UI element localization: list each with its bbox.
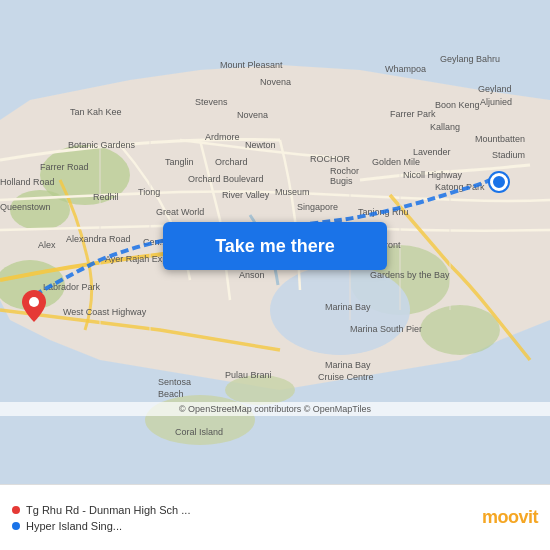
to-dot [12,522,20,530]
svg-text:Coral Island: Coral Island [175,427,223,437]
svg-text:Lavender: Lavender [413,147,451,157]
svg-text:Newton: Newton [245,140,276,150]
svg-text:Marina South Pier: Marina South Pier [350,324,422,334]
svg-text:Beach: Beach [158,389,184,399]
svg-text:Great World: Great World [156,207,204,217]
svg-text:Cruise Centre: Cruise Centre [318,372,374,382]
svg-text:Pulau Brani: Pulau Brani [225,370,272,380]
svg-text:Geylang Bahru: Geylang Bahru [440,54,500,64]
svg-text:Holland Road: Holland Road [0,177,55,187]
svg-text:Museum: Museum [275,187,310,197]
svg-text:Mountbatten: Mountbatten [475,134,525,144]
route-info: Tg Rhu Rd - Dunman High Sch ... Hyper Is… [12,504,482,532]
svg-text:Redhil: Redhil [93,192,119,202]
svg-text:West Coast Highway: West Coast Highway [63,307,147,317]
svg-text:Queenstown: Queenstown [0,202,51,212]
svg-text:Kallang: Kallang [430,122,460,132]
from-dot [12,506,20,514]
svg-text:Anson: Anson [239,270,265,280]
moovit-logo: moovit [482,507,538,528]
bottom-bar: Tg Rhu Rd - Dunman High Sch ... Hyper Is… [0,484,550,550]
svg-text:Sentosa: Sentosa [158,377,191,387]
svg-text:Novena: Novena [260,77,291,87]
map-container: Tan Kah Kee Novena Mount Pleasant Whampo… [0,0,550,484]
svg-text:Tiong: Tiong [138,187,160,197]
svg-text:Singapore: Singapore [297,202,338,212]
svg-text:Stevens: Stevens [195,97,228,107]
svg-text:Boon Keng: Boon Keng [435,100,480,110]
svg-point-6 [420,305,500,355]
svg-text:Tan Kah Kee: Tan Kah Kee [70,107,122,117]
route-to-label: Hyper Island Sing... [26,520,122,532]
map-attribution: © OpenStreetMap contributors © OpenMapTi… [0,402,550,416]
svg-text:Alex: Alex [38,240,56,250]
svg-text:Mount Pleasant: Mount Pleasant [220,60,283,70]
svg-text:Novena: Novena [237,110,268,120]
svg-text:Ardmore: Ardmore [205,132,240,142]
svg-text:Golden Mile: Golden Mile [372,157,420,167]
svg-text:Botanic Gardens: Botanic Gardens [68,140,136,150]
svg-text:Gardens by the Bay: Gardens by the Bay [370,270,450,280]
svg-text:Marina Bay: Marina Bay [325,302,371,312]
svg-text:River Valley: River Valley [222,190,270,200]
svg-text:Aljunied: Aljunied [480,97,512,107]
svg-text:Geyland: Geyland [478,84,512,94]
svg-text:Farrer Park: Farrer Park [390,109,436,119]
route-to-row: Hyper Island Sing... [12,520,482,532]
svg-text:Orchard Boulevard: Orchard Boulevard [188,174,264,184]
moovit-logo-text: moovit [482,507,538,528]
svg-text:Tanglin: Tanglin [165,157,194,167]
svg-text:ROCHOR: ROCHOR [310,154,350,164]
take-me-there-button[interactable]: Take me there [163,222,387,270]
svg-text:Whampoa: Whampoa [385,64,426,74]
svg-text:Nicoll Highway: Nicoll Highway [403,170,463,180]
svg-point-71 [29,297,39,307]
svg-text:Rochor: Rochor [330,166,359,176]
svg-text:Bugis: Bugis [330,176,353,186]
svg-text:Stadium: Stadium [492,150,525,160]
svg-text:Alexandra Road: Alexandra Road [66,234,131,244]
svg-text:Farrer Road: Farrer Road [40,162,89,172]
svg-text:Orchard: Orchard [215,157,248,167]
app-container: Tan Kah Kee Novena Mount Pleasant Whampo… [0,0,550,550]
destination-marker [490,173,508,191]
route-from-label: Tg Rhu Rd - Dunman High Sch ... [26,504,190,516]
origin-marker [22,290,46,318]
svg-text:Marina Bay: Marina Bay [325,360,371,370]
route-from-row: Tg Rhu Rd - Dunman High Sch ... [12,504,482,516]
